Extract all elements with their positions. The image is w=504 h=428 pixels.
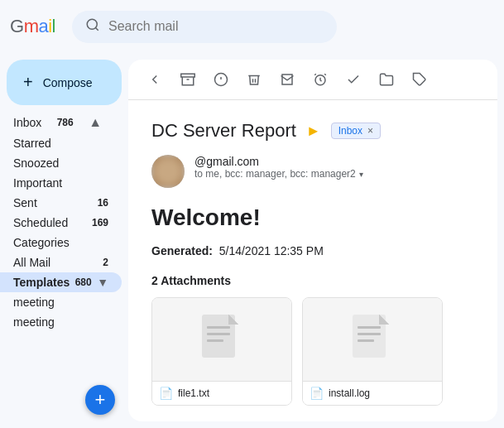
svg-rect-18 — [358, 339, 374, 342]
sender-avatar — [151, 155, 185, 188]
sidebar-templates-label: Templates — [13, 276, 70, 289]
sidebar-item-categories[interactable]: Categories — [0, 233, 122, 252]
sidebar-all-label: All Mail — [13, 256, 50, 269]
attachment-file-type-icon-1: 📄 — [159, 387, 173, 400]
inbox-badge-label: Inbox — [338, 125, 362, 137]
sidebar-all-count: 2 — [103, 257, 108, 268]
sidebar-scheduled-label: Scheduled — [13, 216, 68, 229]
compose-label: Compose — [43, 76, 93, 89]
search-input[interactable] — [108, 19, 324, 34]
inbox-badge-close[interactable]: × — [367, 125, 373, 137]
move-button[interactable] — [373, 66, 400, 93]
attachment-filename-2: install.log — [329, 387, 370, 399]
email-welcome-heading: Welcome! — [151, 204, 474, 231]
done-button[interactable] — [340, 66, 367, 93]
sender-to-text: to me, bcc: manager, bcc: manager2 — [194, 168, 356, 180]
attachment-footer-1: 📄 file1.txt — [152, 381, 291, 405]
svg-rect-17 — [358, 333, 381, 335]
sidebar-templates-count: 680 — [75, 277, 92, 288]
sidebar-item-templates[interactable]: Templates 680 ▼ — [0, 272, 122, 292]
scroll-down-icon[interactable]: ▼ — [97, 276, 108, 289]
generated-value: 5/14/2021 12:35 PM — [219, 244, 324, 257]
sender-email: @gmail.com — [194, 155, 474, 168]
sidebar-meeting1-label: meeting — [13, 296, 55, 309]
search-bar[interactable] — [72, 11, 337, 43]
sidebar-item-important[interactable]: Important — [0, 173, 122, 193]
avatar-image — [151, 155, 185, 188]
attachment-preview-2 — [303, 298, 442, 381]
report-button[interactable] — [208, 66, 234, 93]
email-toolbar — [128, 60, 497, 100]
attachment-card-1[interactable]: 📄 file1.txt — [151, 297, 292, 406]
gmail-logo: Gmail — [10, 16, 55, 37]
scroll-up-icon[interactable]: ▲ — [89, 115, 108, 130]
svg-line-1 — [95, 27, 98, 30]
svg-rect-16 — [358, 326, 381, 329]
sender-to: to me, bcc: manager, bcc: manager2 ▾ — [194, 168, 474, 180]
delete-button[interactable] — [241, 66, 267, 93]
sidebar-important-label: Important — [13, 176, 62, 190]
sidebar-inbox-count: 786 — [57, 117, 74, 128]
attachment-file-type-icon-2: 📄 — [310, 387, 324, 400]
mark-button[interactable] — [274, 66, 300, 93]
sidebar-item-scheduled[interactable]: Scheduled 169 — [0, 213, 122, 233]
sidebar-categories-label: Categories — [13, 236, 70, 249]
compose-button[interactable]: + Compose — [7, 60, 122, 105]
sidebar-snoozed-label: Snoozed — [13, 156, 59, 170]
snooze-button[interactable] — [307, 66, 334, 93]
sidebar-meeting2-label: meeting — [13, 315, 55, 329]
attachments-section: 2 Attachments — [151, 274, 474, 406]
sidebar-item-meeting1[interactable]: meeting — [0, 292, 122, 312]
label-arrow-icon: ► — [306, 123, 321, 140]
sidebar-sent-count: 16 — [98, 197, 108, 209]
sidebar-item-meeting2[interactable]: meeting — [0, 312, 122, 332]
file-doc-icon-2 — [349, 313, 396, 366]
email-content: DC Server Report ► Inbox × @gmail.com to… — [128, 100, 497, 421]
main-container: + Compose Inbox 786 ▲ Starred Snoozed Im… — [0, 53, 504, 428]
file-doc-icon-1 — [199, 313, 245, 366]
sidebar-inbox-label: Inbox — [13, 116, 41, 129]
svg-rect-10 — [207, 326, 230, 329]
email-subject: DC Server Report — [151, 120, 296, 142]
svg-rect-12 — [207, 339, 223, 342]
sender-info: @gmail.com to me, bcc: manager, bcc: man… — [194, 155, 474, 180]
compose-plus-icon: + — [23, 73, 33, 92]
inbox-badge: Inbox × — [331, 123, 381, 139]
new-label-area: + — [0, 378, 128, 421]
svg-rect-11 — [207, 333, 230, 335]
email-subject-row: DC Server Report ► Inbox × — [151, 120, 474, 142]
email-sender-row: @gmail.com to me, bcc: manager, bcc: man… — [151, 155, 474, 188]
chevron-down-icon[interactable]: ▾ — [359, 170, 363, 179]
sidebar-item-starred[interactable]: Starred — [0, 133, 122, 153]
sidebar-item-snoozed[interactable]: Snoozed — [0, 153, 122, 173]
label-button[interactable] — [406, 66, 433, 93]
email-body: Welcome! Generated: 5/14/2021 12:35 PM — [151, 204, 474, 257]
header: Gmail — [0, 0, 504, 53]
attachment-filename-1: file1.txt — [178, 387, 209, 399]
sidebar-scheduled-count: 169 — [92, 217, 108, 228]
email-view: DC Server Report ► Inbox × @gmail.com to… — [128, 60, 497, 421]
search-icon — [85, 17, 100, 36]
archive-button[interactable] — [175, 66, 201, 93]
sidebar: + Compose Inbox 786 ▲ Starred Snoozed Im… — [0, 53, 128, 428]
attachments-grid: 📄 file1.txt — [151, 297, 474, 406]
svg-point-0 — [87, 19, 97, 29]
generated-label: Generated: — [151, 244, 213, 257]
new-label-button[interactable]: + — [85, 385, 115, 415]
sidebar-items-list: Inbox 786 ▲ Starred Snoozed Important Se… — [0, 112, 128, 378]
sidebar-sent-label: Sent — [13, 196, 37, 209]
back-button[interactable] — [142, 66, 168, 93]
sidebar-starred-label: Starred — [13, 137, 51, 150]
email-generated: Generated: 5/14/2021 12:35 PM — [151, 244, 474, 257]
attachment-preview-1 — [152, 298, 291, 381]
sidebar-item-sent[interactable]: Sent 16 — [0, 193, 122, 213]
attachment-card-2[interactable]: 📄 install.log — [302, 297, 443, 406]
sidebar-item-all[interactable]: All Mail 2 — [0, 252, 122, 272]
attachments-title: 2 Attachments — [151, 274, 474, 287]
sidebar-item-inbox[interactable]: Inbox 786 ▲ — [0, 112, 122, 133]
svg-rect-2 — [181, 74, 195, 77]
attachment-footer-2: 📄 install.log — [303, 381, 442, 405]
